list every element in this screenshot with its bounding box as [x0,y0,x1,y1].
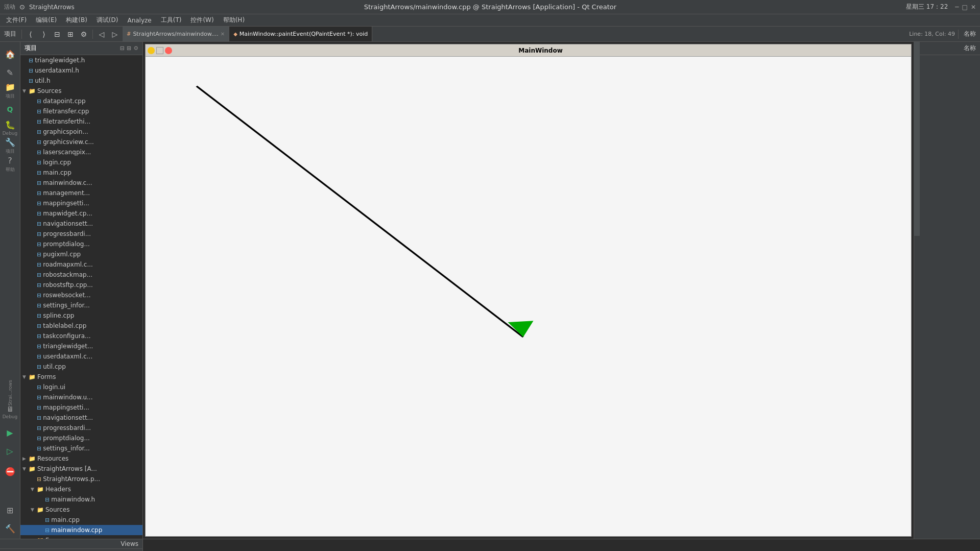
tree-item[interactable]: ▼📁Headers [20,484,142,494]
tab-mainwindow-cpp[interactable]: # StraightArrows/mainwindow.... ✕ [123,27,229,41]
activity-label[interactable]: 活动 [4,3,15,11]
sidebar-icon-welcome[interactable]: 🏠 [2,46,18,62]
toolbar-btn-settings[interactable]: ⚙ [78,29,89,40]
win-close[interactable]: ✕ [971,4,976,11]
tree-item[interactable]: ⊟settings_infor... [20,443,142,453]
sidebar-icon-qt[interactable]: Q [2,101,18,117]
sidebar-icon-apps[interactable]: ⊞ [2,502,18,518]
toolbar-btn-forward[interactable]: ⟩ [38,29,50,40]
tree-item[interactable]: ⊟promptdialog... [20,433,142,443]
tree-item[interactable]: ⊟mainwindow.h [20,494,142,505]
tree-item[interactable]: ⊟main.cpp [20,515,142,525]
tree-item[interactable]: ⊟StraightArrows.p... [20,474,142,484]
sidebar-icon-tools[interactable]: 🔧 项目 [2,138,18,154]
tree-item[interactable]: ▼📁Sources [20,86,142,96]
toolbar-btn-expand[interactable]: ⊞ [65,29,76,40]
preview-close-btn[interactable] [165,47,172,54]
editor-scrollbar[interactable] [914,42,920,236]
sidebar-icon-project[interactable]: 📁 项目 [2,83,18,99]
tree-item[interactable]: ⊟navigationsett... [20,413,142,423]
tree-item[interactable]: ▼📁Forms [20,372,142,382]
tree-item[interactable]: ⊟settings_infor... [20,300,142,310]
tree-item[interactable]: ⊟graphicspoin... [20,127,142,137]
sidebar-icon-build[interactable]: ⛔ [2,463,18,480]
tree-item[interactable]: ⊟laserscanqpix... [20,147,142,157]
tree-item[interactable]: ⊟util.cpp [20,362,142,372]
tree-item[interactable]: ⊟robostackmap... [20,270,142,280]
project-tree: 项目 ⊟ ⊞ ⚙ ⊟trianglewidget.h⊟userdataxml.h… [20,42,143,539]
tree-item[interactable]: ⊟mappingsetti... [20,402,142,413]
tree-item[interactable]: ⊟filetransferthi... [20,116,142,127]
tree-item[interactable]: ⊟mapwidget.cp... [20,208,142,219]
preview-title: MainWindow [172,47,909,54]
toolbar-btn-arrow-right[interactable]: ▷ [109,29,121,40]
toolbar-btn-back[interactable]: ⟨ [25,29,36,40]
tree-item[interactable]: ⊟pugixml.cpp [20,249,142,259]
tree-item[interactable]: ⊟mainwindow.u... [20,392,142,402]
tree-item[interactable]: ⊟mainwindow.cpp [20,525,142,535]
sidebar-icon-wrench[interactable]: 🔨 [2,520,18,537]
tree-item[interactable]: ⊟login.cpp [20,157,142,167]
sidebar-icon-run-debug[interactable]: ▷ [2,443,18,459]
menu-help[interactable]: 帮助(H) [219,15,249,26]
preview-restore-btn[interactable] [156,47,163,54]
tree-item[interactable]: ⊟promptdialog... [20,239,142,249]
app-name[interactable]: StraightArrows [29,4,75,11]
sidebar-icon-debug[interactable]: 🐛 Debug [2,119,18,136]
tab-paintevent[interactable]: ◆ MainWindow::paintEvent(QPaintEvent *):… [229,27,372,41]
menu-widget[interactable]: 控件(W) [186,15,218,26]
tree-item[interactable]: ▼📁Forms [20,535,142,539]
menu-tools[interactable]: 工具(T) [157,15,186,26]
tree-filter-btn[interactable]: ⊟ [120,45,125,52]
tree-item[interactable]: ⊟tablelabel.cpp [20,321,142,331]
sidebar-icon-debug-bottom[interactable]: 🖥 Debug [2,404,18,420]
top-bar-right: 星期三 17：22 ─ □ ✕ [906,3,976,11]
svg-line-0 [197,86,523,337]
win-minimize[interactable]: ─ [955,4,959,11]
tree-item[interactable]: ⊟trianglewidget... [20,341,142,351]
tree-item[interactable]: ▶📁Resources [20,453,142,464]
sidebar-icon-run[interactable]: ▶ [2,424,18,441]
tree-settings-btn[interactable]: ⚙ [133,45,138,52]
menu-bar: 文件(F) 编辑(E) 构建(B) 调试(D) Analyze 工具(T) 控件… [0,14,980,27]
toolbar-btn-filter[interactable]: ⊟ [52,29,63,40]
tree-item[interactable]: ⊟navigationsett... [20,219,142,229]
tree-item[interactable]: ⊟trianglewidget.h [20,55,142,65]
tree-item[interactable]: ⊟roswebsocket... [20,290,142,300]
menu-build[interactable]: 构建(B) [62,15,91,26]
menu-edit[interactable]: 编辑(E) [32,15,61,26]
tree-item[interactable]: ⊟util.h [20,76,142,86]
tree-item[interactable]: ▼📁Sources [20,505,142,515]
tree-item[interactable]: ⊟taskconfigura... [20,331,142,341]
preview-minimize-btn[interactable] [148,47,155,54]
tree-item-name: StraightArrows.p... [43,475,100,483]
tree-item[interactable]: ⊟robostsftp.cpp... [20,280,142,290]
tree-item[interactable]: ⊟main.cpp [20,167,142,178]
tree-item[interactable]: ⊟login.ui [20,382,142,392]
sidebar-icon-strrows[interactable]: Strai...rows [2,385,18,401]
tree-item[interactable]: ⊟roadmapxml.c... [20,259,142,270]
sidebar-icon-edit[interactable]: ✎ [2,64,18,81]
tree-item[interactable]: ▼📁StraightArrows [A... [20,464,142,474]
tree-item[interactable]: ⊟userdataxml.h [20,65,142,76]
win-maximize[interactable]: □ [962,4,968,11]
tree-expand-btn[interactable]: ⊞ [127,45,131,52]
tree-item[interactable]: ⊟userdataxml.c... [20,351,142,362]
bp-views-label: Views [121,540,138,547]
tree-item[interactable]: ⊟spline.cpp [20,310,142,321]
menu-analyze[interactable]: Analyze [123,16,155,25]
project-icon-label: 项目 [6,93,15,100]
tab-close-1[interactable]: ✕ [221,31,225,37]
toolbar-btn-arrow-left[interactable]: ◁ [96,29,107,40]
tree-item[interactable]: ⊟mappingsetti... [20,198,142,208]
tree-item[interactable]: ⊟graphicsview.c... [20,137,142,147]
tree-item[interactable]: ⊟management... [20,188,142,198]
menu-file[interactable]: 文件(F) [2,15,31,26]
tree-item[interactable]: ⊟progressbardi... [20,229,142,239]
tree-item[interactable]: ⊟progressbardi... [20,423,142,433]
sidebar-icon-help[interactable]: ? 帮助 [2,156,18,173]
tree-item[interactable]: ⊟datapoint.cpp [20,96,142,106]
menu-debug[interactable]: 调试(D) [92,15,123,26]
tree-item[interactable]: ⊟filetransfer.cpp [20,106,142,116]
tree-item[interactable]: ⊟mainwindow.c... [20,178,142,188]
